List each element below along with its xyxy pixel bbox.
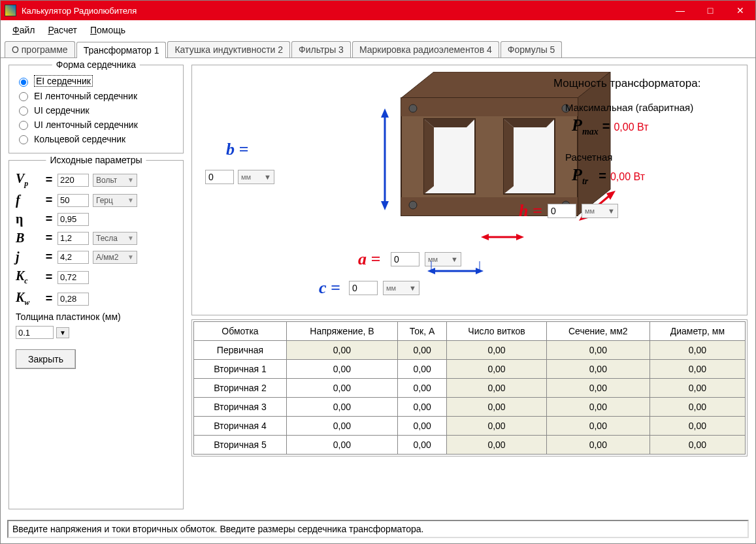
winding-cell[interactable]: 0,00	[397, 398, 446, 417]
winding-cell: 0,00	[397, 341, 446, 360]
winding-name: Вторичная 3	[194, 398, 287, 417]
chevron-down-icon: ▼	[127, 176, 134, 184]
tab-filters[interactable]: Фильтры 3	[291, 41, 351, 57]
table-row: Вторичная 40,000,000,000,000,00	[194, 417, 746, 436]
b-dim-arrow	[372, 107, 398, 212]
plate-thickness-dropdown[interactable]: ▼	[56, 327, 69, 338]
vp-input[interactable]	[58, 174, 89, 187]
chevron-down-icon: ▼	[409, 284, 416, 292]
j-unit-select[interactable]: А/мм2▼	[93, 251, 137, 264]
radio-ei-tape-input[interactable]	[19, 92, 28, 101]
b-unit-label: мм	[241, 173, 251, 181]
vp-unit-select[interactable]: Вольт▼	[93, 174, 137, 187]
winding-cell: 0,00	[649, 417, 745, 436]
winding-name: Вторичная 2	[194, 379, 287, 398]
col-header: Ток, А	[397, 322, 446, 341]
winding-cell: 0,00	[649, 341, 745, 360]
winding-cell[interactable]: 0,00	[286, 379, 397, 398]
tab-inductor[interactable]: Катушка индуктивности 2	[167, 41, 290, 57]
vp-eq: =	[44, 173, 54, 187]
radio-ring-core-input[interactable]	[19, 135, 28, 144]
table-row: Вторичная 30,000,000,000,000,00	[194, 398, 746, 417]
j-eq: =	[44, 250, 54, 264]
radio-ui-tape-input[interactable]	[19, 121, 28, 130]
eta-input[interactable]	[58, 213, 89, 226]
svg-point-13	[409, 201, 417, 209]
tab-marking[interactable]: Маркировка радиоэлементов 4	[352, 41, 499, 57]
vp-unit-label: Вольт	[96, 176, 117, 185]
winding-cell[interactable]: 0,00	[397, 360, 446, 379]
table-row: Первичная0,000,000,000,000,00	[194, 341, 746, 360]
col-header: Напряжение, В	[286, 322, 397, 341]
h-input[interactable]	[548, 204, 576, 218]
winding-cell: 0,00	[447, 360, 547, 379]
f-input[interactable]	[58, 194, 89, 207]
menu-file[interactable]: Файл	[7, 23, 40, 37]
winding-cell[interactable]: 0,00	[397, 379, 446, 398]
radio-ei-tape[interactable]: EI ленточный сердечник	[16, 90, 176, 101]
radio-ui-core[interactable]: UI сердечник	[16, 104, 176, 116]
close-window-button[interactable]: ✕	[725, 1, 755, 20]
col-header: Сечение, мм2	[546, 322, 649, 341]
h-unit-select[interactable]: мм▼	[582, 204, 618, 218]
b-eq: =	[44, 231, 54, 245]
c-input[interactable]	[349, 281, 378, 295]
col-header: Число витков	[447, 322, 547, 341]
kc-input[interactable]	[58, 271, 89, 284]
b-input[interactable]	[58, 232, 89, 245]
b-unit-select[interactable]: Тесла▼	[93, 232, 137, 245]
core-visualization: b = мм▼ a = мм▼	[191, 65, 748, 315]
b-input[interactable]	[205, 170, 234, 184]
a-label: a =	[358, 249, 380, 269]
winding-cell[interactable]: 0,00	[286, 360, 397, 379]
a-input[interactable]	[391, 252, 419, 266]
winding-cell[interactable]: 0,00	[286, 417, 397, 436]
c-unit-label: мм	[386, 284, 396, 292]
winding-cell: 0,00	[286, 341, 397, 360]
winding-cell: 0,00	[649, 379, 745, 398]
radio-ring-core-label: Кольцевой сердечник	[34, 134, 125, 144]
j-input[interactable]	[58, 251, 89, 264]
winding-cell[interactable]: 0,00	[286, 398, 397, 417]
winding-cell[interactable]: 0,00	[397, 436, 446, 455]
f-unit-label: Герц	[96, 196, 113, 205]
winding-cell: 0,00	[447, 341, 547, 360]
col-header: Обмотка	[194, 322, 287, 341]
tab-formulas[interactable]: Формулы 5	[501, 41, 563, 57]
winding-cell: 0,00	[649, 360, 745, 379]
c-unit-select[interactable]: мм▼	[383, 281, 419, 295]
maximize-button[interactable]: □	[695, 1, 725, 20]
radio-ui-tape-label: UI ленточный сердечник	[34, 120, 138, 130]
close-button[interactable]: Закрыть	[16, 349, 76, 369]
winding-cell: 0,00	[546, 398, 649, 417]
menu-help[interactable]: Помощь	[85, 23, 131, 37]
kw-input[interactable]	[58, 293, 89, 306]
chevron-down-icon: ▼	[127, 197, 134, 204]
winding-name: Вторичная 5	[194, 436, 287, 455]
pmax-symbol: Pmax	[572, 116, 599, 137]
vp-symbol: Vp	[16, 171, 41, 189]
menu-file-label: айл	[20, 25, 35, 35]
b-unit-select[interactable]: мм▼	[238, 170, 274, 184]
radio-ei-core-input[interactable]	[19, 78, 28, 87]
eta-eq: =	[44, 212, 54, 226]
svg-marker-20	[516, 234, 524, 240]
menu-calc[interactable]: Расчет	[42, 23, 82, 37]
radio-ring-core[interactable]: Кольцевой сердечник	[16, 133, 176, 144]
table-row: Вторичная 10,000,000,000,000,00	[194, 360, 746, 379]
tab-transformer[interactable]: Трансформатор 1	[76, 42, 167, 58]
results-panel: ОбмоткаНапряжение, ВТок, АЧисло витковСе…	[191, 319, 748, 456]
radio-ei-core[interactable]: EI сердечник	[16, 75, 176, 87]
winding-cell[interactable]: 0,00	[397, 417, 446, 436]
winding-name: Первичная	[194, 341, 287, 360]
winding-cell: 0,00	[649, 398, 745, 417]
f-unit-select[interactable]: Герц▼	[93, 194, 137, 207]
radio-ui-tape[interactable]: UI ленточный сердечник	[16, 119, 176, 130]
c-label: c =	[319, 278, 340, 298]
minimize-button[interactable]: —	[665, 1, 695, 20]
radio-ui-core-input[interactable]	[19, 106, 28, 116]
winding-cell[interactable]: 0,00	[286, 436, 397, 455]
power-tr-label: Расчетная	[565, 152, 736, 163]
plate-thickness-input[interactable]	[16, 326, 54, 339]
tab-about[interactable]: О программе	[5, 41, 75, 57]
